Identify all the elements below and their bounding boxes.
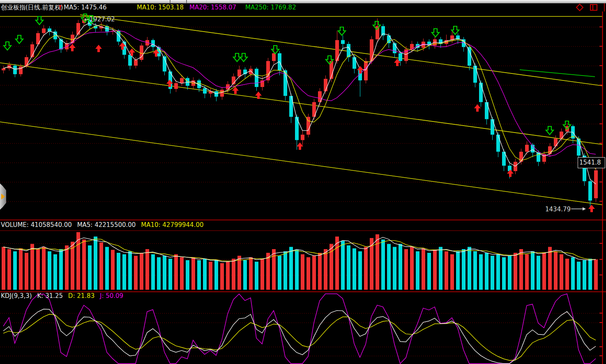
volume-bar — [445, 251, 448, 290]
candle-down — [479, 83, 483, 102]
volume-bar — [145, 249, 149, 290]
volume-bar — [203, 259, 207, 290]
volume-bar — [111, 250, 115, 290]
candle-down — [151, 40, 155, 47]
trend-line — [0, 63, 602, 144]
volume-bar — [209, 262, 212, 290]
candle-up — [42, 28, 46, 33]
candle-up — [134, 60, 138, 66]
price-chart-canvas[interactable]: ←1927.021434.79 — [0, 11, 606, 364]
header-corner-icons — [573, 3, 606, 11]
volume-bar — [30, 244, 34, 290]
volume-bar — [588, 259, 592, 290]
candle-up — [525, 145, 529, 152]
buy-signal-arrow — [95, 45, 102, 52]
volume-bar — [220, 263, 224, 290]
volume-bar — [82, 240, 86, 290]
sell-signal-arrow — [16, 35, 23, 43]
volume-bar — [42, 247, 46, 290]
kdj-line — [3, 309, 596, 364]
sell-signal-arrow — [432, 29, 439, 37]
volume-bar — [433, 250, 437, 290]
candle-down — [117, 31, 120, 41]
ma250-line — [520, 70, 595, 77]
volume-bar — [324, 249, 327, 290]
diamond-icon[interactable] — [576, 4, 583, 11]
candle-down — [496, 135, 500, 152]
window-edge-strip — [0, 0, 606, 3]
sell-signal-arrow — [36, 16, 43, 25]
volume-bar — [347, 245, 350, 290]
volume-bar — [306, 257, 310, 290]
volume-bar — [583, 260, 586, 290]
volume-bar — [168, 259, 172, 290]
candle-down — [485, 102, 488, 119]
candle-up — [272, 53, 276, 61]
candle-up — [560, 132, 563, 139]
volume-bar — [117, 253, 120, 290]
volume-ma-line — [3, 237, 596, 261]
volume-bar — [485, 253, 488, 290]
volume-bar — [186, 260, 189, 290]
sell-signal-arrow — [233, 53, 241, 62]
volume-bar — [537, 256, 540, 290]
volume-bar — [473, 251, 477, 290]
ma5-value: MA5: 1475.46 — [64, 3, 107, 11]
candle-down — [399, 53, 402, 61]
buy-signal-arrow — [588, 205, 595, 212]
volume-bar — [462, 249, 465, 290]
candle-up — [324, 79, 327, 91]
volume-bar — [399, 244, 402, 290]
volume-bar — [479, 254, 483, 290]
volume-bar — [542, 253, 546, 290]
candle-up — [370, 39, 373, 61]
buy-signal-arrow — [357, 66, 364, 73]
volume-bar — [243, 260, 247, 290]
volume-bar — [174, 254, 178, 290]
volume-bar — [554, 251, 558, 290]
ma10-value: MA10: 1503.18 — [137, 3, 184, 11]
candle-up — [2, 69, 5, 71]
volume-ma5-value: MA5: 42215500.00 — [77, 221, 136, 229]
candle-down — [588, 181, 592, 201]
volume-bar — [94, 236, 97, 290]
sell-signal-arrow — [4, 42, 11, 50]
volume-bar — [163, 256, 166, 290]
window-split-icon[interactable] — [590, 5, 597, 10]
volume-bar — [531, 251, 535, 290]
volume-bar — [318, 253, 322, 290]
volume-bar — [283, 251, 287, 290]
volume-value: VOLUME: 41058540.00 — [1, 221, 72, 229]
candle-up — [180, 78, 184, 83]
candle-up — [514, 162, 517, 171]
volume-bar — [594, 259, 598, 290]
up-trend-icon: ↑ — [58, 3, 63, 11]
volume-bar — [13, 251, 17, 290]
candle-up — [594, 170, 598, 198]
volume-bar — [197, 260, 201, 290]
volume-bar — [450, 254, 454, 290]
volume-bar — [278, 256, 281, 290]
candle-up — [260, 80, 264, 87]
strip-divider — [186, 0, 187, 3]
low-price-label: 1434.79 — [545, 206, 571, 213]
volume-bar — [502, 257, 506, 290]
volume-bar — [260, 259, 264, 290]
high-price-label: ←1927.02 — [84, 16, 115, 23]
candle-down — [468, 47, 471, 66]
volume-bar — [191, 257, 195, 290]
candle-down — [473, 66, 477, 83]
volume-bar — [2, 247, 5, 290]
kdj-name: KDJ(9,3,3) — [1, 292, 32, 300]
volume-bar — [404, 249, 408, 290]
kdj-line — [3, 294, 596, 364]
volume-bar — [358, 251, 362, 290]
volume-bar — [7, 249, 11, 290]
candle-down — [13, 66, 17, 74]
candle-up — [364, 61, 368, 80]
volume-ma10-value: MA10: 42799944.00 — [141, 221, 203, 229]
sell-signal-arrow — [546, 126, 553, 135]
volume-bar — [232, 259, 235, 290]
candle-down — [255, 69, 258, 87]
volume-bar — [381, 240, 385, 290]
